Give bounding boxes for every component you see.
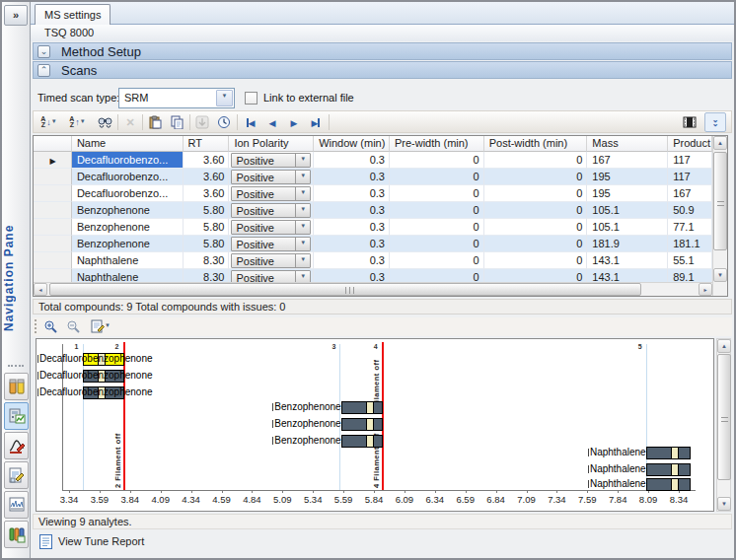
cell-polarity[interactable]: Positive — [229, 152, 314, 169]
column-header[interactable]: Post-width (min) — [484, 136, 588, 152]
expand-navigation-button[interactable]: » — [4, 5, 28, 26]
sidebar-grip[interactable] — [8, 365, 24, 368]
cell-polarity[interactable]: Positive — [229, 269, 314, 282]
column-header[interactable]: Name — [72, 136, 184, 152]
row-selector-header[interactable] — [34, 136, 72, 152]
table-horizontal-scrollbar[interactable]: ◂ ▸ — [34, 282, 712, 296]
scroll-down-icon[interactable]: ▼ — [713, 268, 727, 282]
chevron-down-icon[interactable] — [295, 254, 310, 267]
timed-scan-type-select[interactable]: SRM — [118, 88, 235, 108]
scrollbar-thumb[interactable] — [49, 283, 641, 296]
scroll-right-icon[interactable]: ▸ — [699, 283, 712, 296]
toolbar-grip[interactable] — [35, 319, 37, 333]
table-row[interactable]: Benzophenone5.80Positive0.300105.150.9 — [34, 202, 712, 219]
chevron-down-icon[interactable] — [216, 90, 233, 106]
move-previous-icon[interactable] — [262, 112, 282, 132]
row-selector[interactable] — [34, 152, 72, 169]
paste-icon[interactable] — [145, 112, 165, 132]
ion-polarity-select[interactable]: Positive — [231, 203, 311, 218]
column-header[interactable]: Product M — [668, 136, 712, 152]
row-selector[interactable] — [34, 252, 72, 269]
section-scans[interactable]: ⌃ Scans — [33, 61, 732, 79]
row-selector[interactable] — [34, 185, 72, 202]
ion-polarity-select[interactable]: Positive — [231, 220, 311, 235]
sample-vials-icon[interactable] — [4, 373, 29, 400]
sort-ascending-icon[interactable]: AZ↓ — [36, 112, 62, 132]
ion-polarity-select[interactable]: Positive — [231, 270, 311, 282]
chevron-down-icon[interactable] — [295, 221, 310, 234]
column-header[interactable]: Pre-width (min) — [390, 136, 484, 152]
standards-tubes-icon[interactable] — [4, 521, 29, 548]
column-header[interactable]: RT — [184, 136, 230, 152]
chevron-down-icon[interactable] — [295, 171, 310, 183]
move-next-icon[interactable] — [284, 112, 304, 132]
zoom-out-icon[interactable] — [63, 317, 83, 335]
filmstrip-icon[interactable] — [680, 112, 699, 132]
row-selector[interactable] — [34, 269, 72, 282]
scrollbar-thumb[interactable] — [713, 152, 727, 250]
instrument-method-icon[interactable] — [4, 402, 29, 430]
report-options-icon[interactable] — [87, 317, 114, 335]
scroll-down-icon[interactable]: ▼ — [717, 497, 731, 511]
table-row[interactable]: Decafluorobenzo...3.60Positive0.30016711… — [34, 152, 712, 169]
ion-polarity-select[interactable]: Positive — [231, 186, 311, 201]
row-selector[interactable] — [34, 202, 72, 219]
scroll-left-icon[interactable]: ◂ — [34, 283, 47, 296]
zoom-in-icon[interactable] — [40, 317, 60, 335]
table-row[interactable]: Benzophenone5.80Positive0.300105.177.1 — [34, 219, 712, 236]
cell-polarity[interactable]: Positive — [229, 252, 314, 269]
table-row[interactable]: Benzophenone5.80Positive0.300181.9181.1 — [34, 236, 712, 252]
scrollbar-thumb[interactable] — [717, 354, 731, 480]
ion-polarity-select[interactable]: Positive — [231, 170, 311, 184]
axis-tick-label: 8.34 — [661, 494, 697, 505]
row-selector[interactable] — [34, 236, 72, 252]
collapse-panel-icon[interactable]: ⌄⌄ — [704, 112, 726, 132]
ion-polarity-select[interactable]: Positive — [231, 237, 311, 251]
report-edit-icon[interactable] — [4, 461, 29, 489]
table-row[interactable]: Naphthalene8.30Positive0.300143.155.1 — [34, 252, 712, 269]
row-selector[interactable] — [34, 219, 72, 236]
chevron-down-icon[interactable] — [295, 154, 310, 167]
chart-vertical-scrollbar[interactable]: ▲ ▼ — [716, 338, 731, 512]
chevron-down-icon[interactable] — [295, 204, 310, 217]
analyte-label: Naphthalene — [588, 447, 646, 457]
row-selector[interactable] — [34, 169, 72, 185]
cell-polarity[interactable]: Positive — [229, 219, 314, 236]
cell-polarity[interactable]: Positive — [229, 202, 314, 219]
column-header[interactable]: Ion Polarity — [229, 136, 314, 152]
cell-rt: 8.30 — [184, 252, 230, 269]
column-header[interactable]: Window (min) — [314, 136, 390, 152]
cell-polarity[interactable]: Positive — [229, 236, 314, 252]
ion-polarity-select[interactable]: Positive — [231, 153, 311, 168]
move-first-icon[interactable] — [241, 112, 260, 132]
table-row[interactable]: Decafluorobenzo...3.60Positive0.30019516… — [34, 185, 712, 202]
delete-icon[interactable] — [120, 112, 140, 132]
ion-polarity-select[interactable]: Positive — [231, 253, 311, 268]
table-row[interactable]: Decafluorobenzo...3.60Positive0.30019511… — [34, 169, 712, 185]
sort-descending-icon[interactable]: AZ↑ — [64, 112, 91, 132]
chevron-down-icon[interactable] — [295, 238, 310, 250]
cell-polarity[interactable]: Positive — [229, 169, 314, 185]
column-header[interactable]: Mass — [587, 136, 668, 152]
schedule-clock-icon[interactable] — [214, 112, 234, 132]
chromatogram-icon[interactable] — [4, 491, 29, 519]
section-method-setup[interactable]: ⌄ Method Setup — [33, 42, 732, 60]
chevron-up-icon[interactable]: ⌃ — [37, 64, 50, 77]
find-icon[interactable] — [94, 112, 115, 132]
cell-polarity[interactable]: Positive — [229, 185, 314, 202]
scroll-up-icon[interactable]: ▲ — [713, 136, 727, 150]
chevron-down-icon[interactable] — [295, 271, 310, 282]
link-external-file-checkbox[interactable] — [245, 92, 258, 105]
cell-mass: 105.1 — [587, 202, 668, 219]
copy-icon[interactable] — [167, 112, 186, 132]
table-vertical-scrollbar[interactable]: ▲ ▼ — [712, 136, 727, 296]
table-row[interactable]: Naphthalene8.30Positive0.300143.189.1 — [34, 269, 712, 282]
tab-ms-settings[interactable]: MS settings — [35, 4, 110, 25]
chevron-down-icon[interactable] — [295, 187, 310, 200]
scroll-up-icon[interactable]: ▲ — [717, 339, 731, 353]
chevron-down-icon[interactable]: ⌄ — [37, 45, 50, 58]
calibration-curve-icon[interactable] — [4, 432, 29, 459]
view-tune-report-link[interactable]: View Tune Report — [33, 531, 732, 551]
import-icon[interactable] — [192, 112, 212, 132]
move-last-icon[interactable] — [306, 112, 326, 132]
